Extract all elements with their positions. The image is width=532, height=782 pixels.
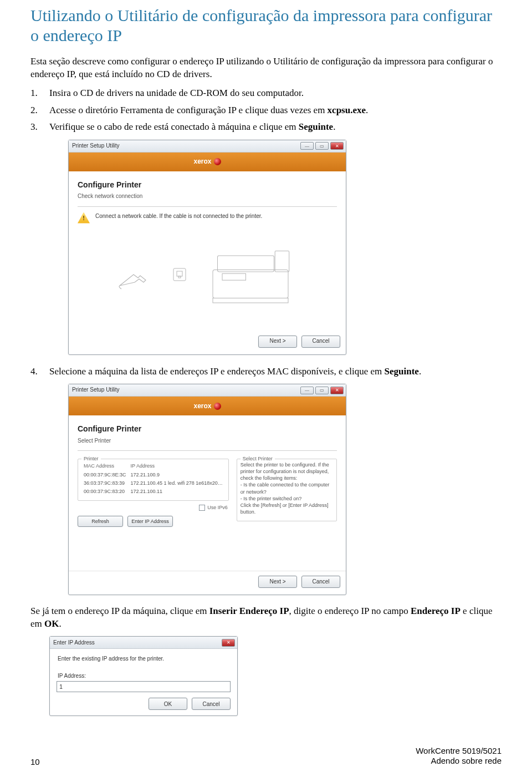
step-4-text: Selecione a máquina da lista de endereço… (49, 366, 385, 377)
step-3-bold: Seguinte (299, 121, 333, 132)
intro-paragraph: Esta seção descreve como configurar o en… (30, 55, 502, 81)
enter-ip-button[interactable]: Enter IP Address (127, 516, 173, 527)
table-row[interactable]: 00:00:37:9C:8E:3C 172.21.100.9 (81, 471, 225, 479)
dialog1-message: Connect a network cable. If the cable is… (95, 212, 262, 221)
refresh-button[interactable]: Refresh (78, 516, 123, 527)
dialog-check-connection: Printer Setup Utility — ▭ ✕ xerox Config… (68, 140, 346, 355)
dialog1-cancel-button[interactable]: Cancel (301, 336, 340, 348)
step-1: Insira o CD de drivers na unidade de CD-… (30, 87, 502, 100)
step-4-bold: Seguinte (385, 366, 419, 377)
dialog2-banner: xerox (69, 397, 346, 415)
divider (78, 206, 337, 207)
dialog2-cancel-button[interactable]: Cancel (301, 576, 340, 588)
step-2: Acesse o diretório Ferramenta de configu… (30, 104, 502, 118)
step-2-post: . (366, 105, 368, 115)
note-text: Se já tem o endereço IP da máquina, cliq… (30, 606, 209, 616)
cell-mac: 36:03:37:9C:83:39 (81, 479, 129, 488)
footer-product: WorkCentre 5019/5021 (416, 746, 502, 756)
table-row[interactable]: 36:03:37:9C:83:39 172.21.100.45 1 led. w… (81, 479, 225, 488)
step-2-bold: xcpsu.exe (328, 105, 366, 115)
page-number: 10 (30, 757, 40, 766)
note-text: . (59, 618, 61, 629)
note-bold-2: Endereço IP (411, 606, 461, 616)
use-ipv6-label: Use IPv6 (207, 504, 228, 511)
svg-rect-2 (178, 276, 181, 278)
step-3: Verifique se o cabo de rede está conecta… (30, 120, 502, 354)
dialog1-title: Printer Setup Utility (72, 142, 120, 150)
note-paragraph: Se já tem o endereço IP da máquina, cliq… (30, 605, 502, 631)
xerox-ball-icon (214, 158, 221, 165)
cable-icon (117, 258, 156, 291)
dialog-select-printer: Printer Setup Utility — ▭ ✕ xerox Config… (68, 384, 346, 595)
svg-rect-3 (213, 270, 288, 298)
dialog3-title: Enter IP Address (53, 639, 95, 646)
svg-rect-0 (173, 268, 186, 281)
printer-table[interactable]: MAC Address IP Address 00:00:37:9C:8E:3C… (81, 461, 225, 496)
network-port-icon (172, 267, 187, 282)
dialog3-ok-button[interactable]: OK (149, 698, 187, 710)
dialog2-next-button[interactable]: Next > (258, 576, 297, 588)
cell-ip: 172.21.100.45 1 led. wifi 278 1e618x20… (129, 479, 225, 488)
printer-list-fieldset: Printer MAC Address IP Address 00:00:37:… (78, 459, 229, 501)
note-bold-3: OK (44, 618, 59, 629)
svg-rect-4 (218, 256, 274, 272)
dialog1-subheading: Check network connection (78, 192, 337, 201)
col-ip-header: IP Address (129, 461, 225, 471)
dialog3-instruction: Enter the existing IP address for the pr… (58, 656, 231, 662)
step-4-post: . (419, 366, 421, 377)
window-maximize-button[interactable]: ▭ (315, 142, 329, 150)
dialog2-heading: Configure Printer (78, 423, 337, 434)
dialog1-heading: Configure Printer (78, 179, 337, 190)
window-close-button[interactable]: ✕ (330, 387, 344, 394)
svg-rect-6 (222, 273, 246, 280)
help-fieldset: Select Printer Select the printer to be … (237, 459, 337, 521)
step-2-text: Acesse o diretório Ferramenta de configu… (49, 105, 328, 115)
svg-rect-1 (177, 271, 182, 276)
xerox-label: xerox (193, 402, 211, 411)
dialog2-title: Printer Setup Utility (72, 386, 120, 394)
footer-doc: Adendo sobre rede (416, 756, 502, 766)
svg-rect-7 (213, 298, 288, 303)
printer-illustration-icon (203, 241, 298, 308)
dialog3-cancel-button[interactable]: Cancel (192, 698, 231, 710)
window-close-button[interactable]: ✕ (222, 639, 235, 647)
cell-ip: 172.21.100.11 (129, 488, 225, 496)
window-close-button[interactable]: ✕ (330, 142, 344, 150)
step-3-text: Verifique se o cabo de rede está conecta… (49, 121, 299, 132)
dialog2-titlebar: Printer Setup Utility — ▭ ✕ (69, 384, 346, 397)
window-maximize-button[interactable]: ▭ (315, 387, 329, 394)
dialog2-subheading: Select Printer (78, 437, 337, 445)
use-ipv6-checkbox[interactable] (199, 505, 205, 511)
step-3-post: . (333, 121, 335, 132)
dialog3-titlebar: Enter IP Address ✕ (50, 637, 237, 649)
ip-address-input[interactable] (57, 681, 231, 692)
cell-mac: 00:00:37:9C:83:20 (81, 488, 129, 496)
warning-icon (78, 212, 90, 224)
window-minimize-button[interactable]: — (300, 387, 314, 394)
xerox-logo: xerox (193, 402, 221, 411)
col-mac-header: MAC Address (81, 461, 129, 471)
help-legend: Select Printer (241, 455, 275, 462)
help-text: Select the printer to be configured. If … (241, 461, 333, 515)
xerox-ball-icon (214, 403, 221, 410)
xerox-logo: xerox (193, 157, 221, 166)
page-heading: Utilizando o Utilitário de configuração … (30, 6, 502, 45)
divider (78, 450, 337, 451)
ip-field-label: IP Address: (58, 673, 231, 679)
note-text: , digite o endereço IP no campo (289, 606, 411, 616)
dialog-enter-ip: Enter IP Address ✕ Enter the existing IP… (49, 636, 238, 716)
window-minimize-button[interactable]: — (300, 142, 314, 150)
note-bold-1: Inserir Endereço IP (209, 606, 289, 616)
table-row[interactable]: 00:00:37:9C:83:20 172.21.100.11 (81, 488, 225, 496)
step-4: Selecione a máquina da lista de endereço… (30, 365, 502, 596)
dialog1-titlebar: Printer Setup Utility — ▭ ✕ (69, 140, 346, 153)
svg-rect-5 (275, 251, 289, 271)
connection-illustration (78, 230, 337, 319)
cell-mac: 00:00:37:9C:8E:3C (81, 471, 129, 479)
dialog1-banner: xerox (69, 153, 346, 171)
xerox-label: xerox (193, 157, 211, 166)
dialog1-next-button[interactable]: Next > (258, 336, 297, 348)
cell-ip: 172.21.100.9 (129, 471, 225, 479)
page-footer: 10 WorkCentre 5019/5021 Adendo sobre red… (30, 746, 502, 767)
